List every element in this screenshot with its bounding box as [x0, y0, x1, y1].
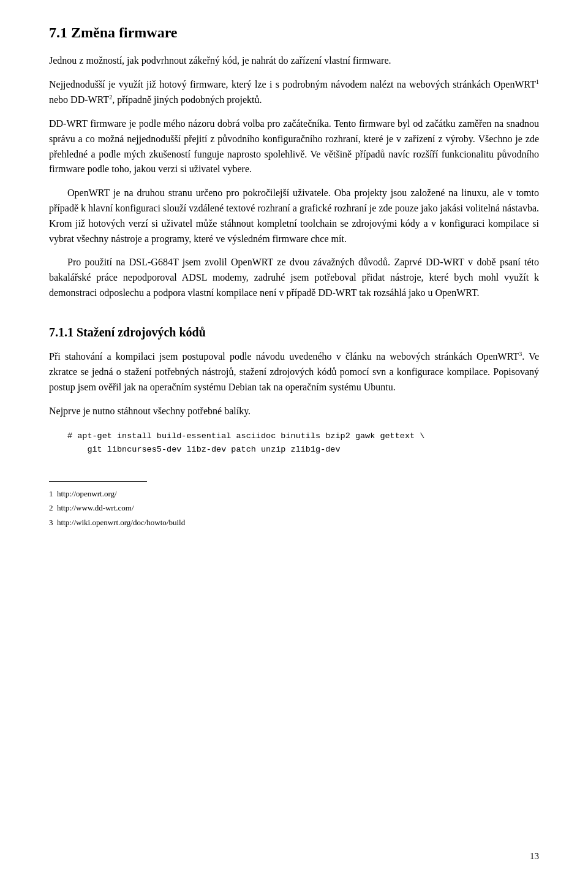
paragraph-2: Nejjednodušší je využít již hotový firmw… [49, 77, 539, 108]
footnote-divider [49, 481, 147, 482]
section-7-1-title: 7.1 Změna firmware [49, 25, 539, 41]
paragraph-5: Pro použití na DSL-G684T jsem zvolil Ope… [49, 255, 539, 300]
footnote-2: 2 http://www.dd-wrt.com/ [49, 502, 539, 514]
footnote-3-number: 3 [49, 518, 53, 527]
footnote-1-text: http://openwrt.org/ [57, 489, 117, 498]
footnote-2-number: 2 [49, 503, 53, 512]
paragraph-6: Při stahování a kompilaci jsem postupova… [49, 349, 539, 395]
footnote-1-number: 1 [49, 489, 53, 498]
page-number: 13 [530, 851, 539, 862]
page: 7.1 Změna firmware Jednou z možností, ja… [0, 0, 588, 880]
paragraph-7: Nejprve je nutno stáhnout všechny potřeb… [49, 404, 539, 419]
footnote-3: 3 http://wiki.openwrt.org/doc/howto/buil… [49, 517, 539, 529]
paragraph-3: DD-WRT firmware je podle mého názoru dob… [49, 116, 539, 177]
footnote-2-text: http://www.dd-wrt.com/ [57, 503, 134, 512]
footnote-3-text: http://wiki.openwrt.org/doc/howto/build [57, 518, 185, 527]
code-block-apt-get: # apt-get install build-essential asciid… [67, 430, 539, 456]
footnote-1: 1 http://openwrt.org/ [49, 488, 539, 500]
paragraph-4: OpenWRT je na druhou stranu určeno pro p… [49, 186, 539, 246]
footnotes-section: 1 http://openwrt.org/ 2 http://www.dd-wr… [49, 488, 539, 529]
paragraph-1: Jednou z možností, jak podvrhnout zákeřn… [49, 53, 539, 69]
section-7-1-1-title: 7.1.1 Stažení zdrojových kódů [49, 325, 539, 339]
